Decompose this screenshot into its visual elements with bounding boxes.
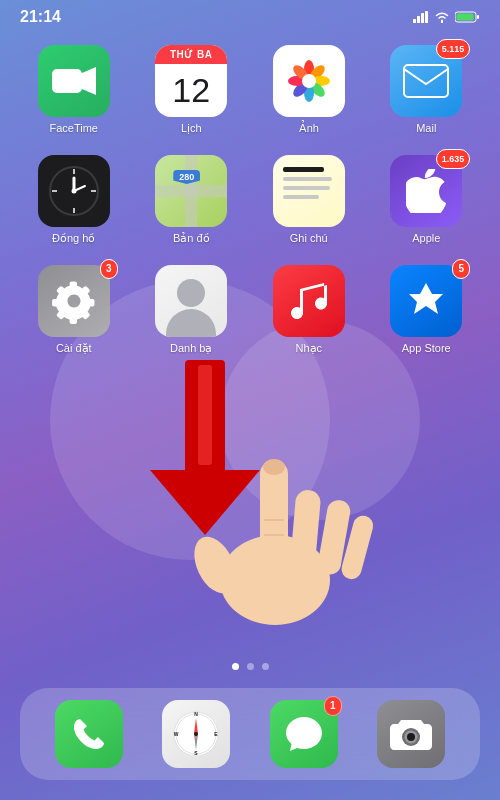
appstore-icon — [406, 281, 446, 321]
safari-icon: N S E W — [170, 708, 222, 760]
notes-line-1 — [283, 167, 325, 172]
app-contacts[interactable]: Danh bạ — [138, 265, 246, 355]
photos-icon — [283, 55, 335, 107]
svg-rect-2 — [421, 13, 424, 23]
svg-point-18 — [302, 74, 316, 88]
app-mail[interactable]: 5.115 Mail — [373, 45, 481, 135]
status-time: 21:14 — [20, 8, 61, 26]
contacts-head — [177, 279, 205, 307]
svg-point-31 — [220, 535, 330, 625]
facetime-icon — [52, 65, 96, 97]
notes-line-3 — [283, 186, 330, 190]
settings-label: Cài đặt — [56, 342, 92, 355]
svg-rect-30 — [198, 365, 212, 465]
calendar-day-name: THỨ BA — [155, 45, 227, 64]
settings-badge: 3 — [100, 259, 118, 279]
svg-point-44 — [194, 732, 198, 736]
svg-point-27 — [71, 189, 76, 194]
clock-label: Đồng hồ — [52, 232, 95, 245]
mail-icon — [403, 64, 449, 98]
svg-marker-8 — [82, 67, 96, 95]
page-dot-1 — [232, 663, 239, 670]
phone-icon — [70, 715, 108, 753]
app-notes[interactable]: Ghi chú — [255, 155, 363, 245]
svg-rect-7 — [52, 69, 82, 93]
svg-rect-36 — [339, 513, 375, 581]
clock-icon — [47, 164, 101, 218]
svg-point-32 — [186, 530, 244, 600]
dock-phone[interactable] — [55, 700, 123, 768]
notes-label: Ghi chú — [290, 232, 328, 244]
app-clock[interactable]: Đồng hồ — [20, 155, 128, 245]
battery-icon — [455, 11, 480, 23]
app-calendar[interactable]: THỨ BA 12 Lịch — [138, 45, 246, 135]
status-icons — [413, 11, 480, 23]
page-dot-3 — [262, 663, 269, 670]
contacts-body — [166, 309, 216, 337]
apple-label: Apple — [412, 232, 440, 244]
svg-rect-28 — [185, 360, 225, 490]
app-music[interactable]: Nhạc — [255, 265, 363, 355]
app-apple[interactable]: 1.635 Apple — [373, 155, 481, 245]
settings-icon — [51, 278, 97, 324]
svg-point-51 — [407, 733, 415, 741]
dock-safari[interactable]: N S E W — [162, 700, 230, 768]
svg-marker-29 — [150, 470, 260, 535]
notes-line-4 — [283, 195, 319, 199]
apple-badge: 1.635 — [436, 149, 471, 169]
mail-badge: 5.115 — [436, 39, 471, 59]
svg-rect-5 — [477, 15, 479, 19]
svg-point-37 — [263, 459, 285, 475]
svg-rect-34 — [290, 489, 322, 571]
music-icon — [289, 279, 329, 323]
camera-icon — [390, 716, 432, 752]
svg-text:W: W — [174, 731, 179, 737]
calendar-label: Lịch — [181, 122, 202, 135]
dock-camera[interactable] — [377, 700, 445, 768]
gesture-overlay — [80, 350, 400, 670]
appstore-label: App Store — [402, 342, 451, 354]
messages-badge: 1 — [324, 696, 342, 716]
notes-line-2 — [283, 177, 332, 181]
app-appstore[interactable]: 5 App Store — [373, 265, 481, 355]
contacts-label: Danh bạ — [170, 342, 212, 355]
svg-text:N: N — [194, 711, 198, 717]
signal-icon — [413, 11, 429, 23]
photos-label: Ảnh — [299, 122, 319, 135]
svg-rect-33 — [260, 460, 288, 560]
svg-rect-19 — [404, 65, 448, 97]
status-bar: 21:14 — [0, 0, 500, 30]
maps-label: Bản đồ — [173, 232, 210, 245]
appstore-badge: 5 — [452, 259, 470, 279]
svg-rect-6 — [457, 14, 474, 21]
wifi-icon — [434, 11, 450, 23]
page-dot-2 — [247, 663, 254, 670]
svg-rect-0 — [413, 19, 416, 23]
app-maps[interactable]: 280 Bản đồ — [138, 155, 246, 245]
apple-icon — [406, 169, 446, 213]
svg-rect-35 — [316, 498, 352, 576]
calendar-day-number: 12 — [155, 64, 227, 117]
messages-icon — [284, 715, 324, 753]
facetime-label: FaceTime — [50, 122, 99, 134]
music-label: Nhạc — [295, 342, 322, 355]
dock-messages[interactable]: 1 — [270, 700, 338, 768]
gesture-svg — [80, 350, 400, 670]
page-dots — [0, 663, 500, 670]
app-grid: FaceTime THỨ BA 12 Lịch — [0, 30, 500, 370]
app-settings[interactable]: 3 Cài đặt — [20, 265, 128, 355]
svg-rect-3 — [425, 11, 428, 23]
mail-label: Mail — [416, 122, 436, 134]
app-photos[interactable]: Ảnh — [255, 45, 363, 135]
dock: N S E W 1 — [20, 688, 480, 780]
svg-rect-1 — [417, 16, 420, 23]
app-facetime[interactable]: FaceTime — [20, 45, 128, 135]
